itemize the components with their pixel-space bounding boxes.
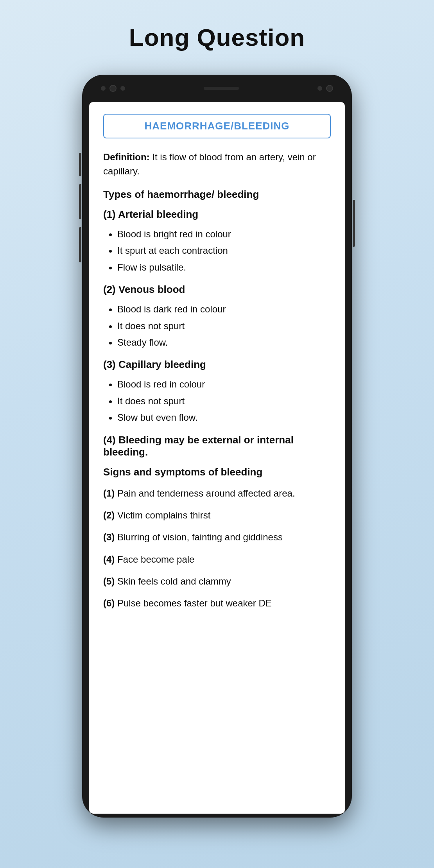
power-button — [79, 153, 81, 176]
volume-up-button — [79, 184, 81, 219]
side-button-right — [353, 200, 355, 247]
list-item: It does not spurt — [117, 394, 331, 409]
sensor-right-2 — [326, 85, 333, 92]
list-item: Blood is bright red in colour — [117, 227, 331, 242]
venous-list: Blood is dark red in colour It does not … — [117, 302, 331, 350]
sign-item-5: (5) Skin feels cold and clammy — [103, 574, 331, 589]
sign-text-3: Blurring of vision, fainting and giddine… — [117, 532, 283, 542]
sensor-right-1 — [317, 86, 322, 91]
venous-heading: (2) Venous blood — [103, 283, 331, 296]
camera-area — [101, 85, 125, 92]
sign-item-1: (1) Pain and tenderness around affected … — [103, 486, 331, 501]
sign-text-6: Pulse becomes faster but weaker DE — [117, 598, 272, 608]
sign-num-6: (6) — [103, 598, 115, 608]
external-internal-item: (4) Bleeding may be external or internal… — [103, 434, 331, 458]
sign-item-3: (3) Blurring of vision, fainting and gid… — [103, 530, 331, 545]
list-item: It spurt at each contraction — [117, 243, 331, 258]
arterial-heading: (1) Arterial bleeding — [103, 208, 331, 221]
sign-text-1: Pain and tenderness around affected area… — [117, 488, 295, 499]
sign-num-1: (1) — [103, 488, 115, 499]
definition-paragraph: Definition: It is flow of blood from an … — [103, 150, 331, 178]
types-heading: Types of haemorrhage/ bleeding — [103, 188, 331, 201]
sign-num-5: (5) — [103, 576, 115, 586]
phone-device: HAEMORRHAGE/BLEEDING Definition: It is f… — [82, 75, 352, 818]
phone-top-bar — [89, 75, 345, 102]
top-right-sensors — [317, 85, 333, 92]
list-item: Slow but even flow. — [117, 410, 331, 425]
list-item: Blood is red in colour — [117, 377, 331, 392]
sensor-dot-2 — [120, 86, 125, 91]
front-camera-icon — [109, 85, 117, 92]
definition-label: Definition: — [103, 152, 150, 162]
sign-item-2: (2) Victim complains thirst — [103, 508, 331, 523]
arterial-list: Blood is bright red in colour It spurt a… — [117, 227, 331, 275]
sign-num-4: (4) — [103, 554, 115, 565]
topic-header-box: HAEMORRHAGE/BLEEDING — [103, 114, 331, 138]
list-item: Blood is dark red in colour — [117, 302, 331, 317]
volume-down-button — [79, 227, 81, 262]
sign-text-2: Victim complains thirst — [117, 510, 210, 520]
capillary-heading: (3) Capillary bleeding — [103, 359, 331, 371]
topic-header-text: HAEMORRHAGE/BLEEDING — [144, 120, 289, 132]
sign-item-6: (6) Pulse becomes faster but weaker DE — [103, 596, 331, 611]
capillary-list: Blood is red in colour It does not spurt… — [117, 377, 331, 425]
sign-item-4: (4) Face become pale — [103, 552, 331, 567]
page-title: Long Question — [129, 23, 305, 51]
list-item: Steady flow. — [117, 335, 331, 350]
sign-num-2: (2) — [103, 510, 115, 520]
sign-text-5: Skin feels cold and clammy — [117, 576, 231, 586]
signs-heading: Signs and symptoms of bleeding — [103, 466, 331, 478]
sensor-dot — [101, 86, 106, 91]
list-item: It does not spurt — [117, 319, 331, 334]
list-item: Flow is pulsatile. — [117, 260, 331, 275]
phone-screen: HAEMORRHAGE/BLEEDING Definition: It is f… — [89, 102, 345, 814]
sign-text-4: Face become pale — [117, 554, 194, 565]
phone-speaker — [204, 87, 239, 90]
sign-num-3: (3) — [103, 532, 115, 542]
